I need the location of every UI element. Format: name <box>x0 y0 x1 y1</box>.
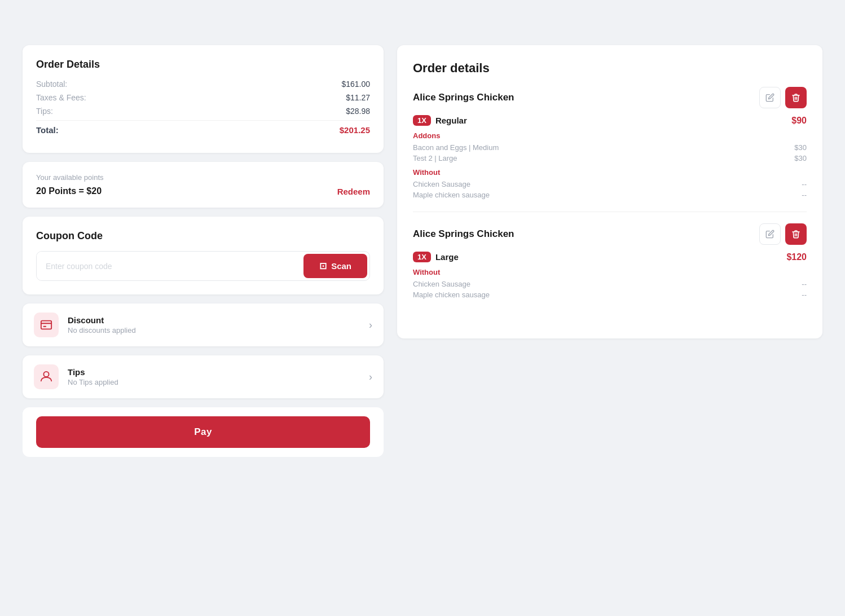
discount-subtitle: No discounts applied <box>68 326 360 335</box>
total-label: Total: <box>36 125 59 135</box>
qty-badge: 1X Regular <box>413 115 467 126</box>
without-item-name: Maple chicken sausage <box>413 191 490 199</box>
item-price: $90 <box>791 116 807 126</box>
redeem-button[interactable]: Redeem <box>337 187 370 196</box>
without-item-name: Chicken Sausage <box>413 180 470 188</box>
tips-row: Tips: $28.98 <box>36 107 370 116</box>
qty-box: 1X <box>413 115 431 126</box>
discount-icon <box>34 313 59 337</box>
points-value: 20 Points = $20 <box>36 186 102 196</box>
subtotal-value: $161.00 <box>341 80 370 89</box>
taxes-row: Taxes & Fees: $11.27 <box>36 93 370 102</box>
tips-value: $28.98 <box>346 107 370 116</box>
addon-name: Test 2 | Large <box>413 154 457 162</box>
without-label: Without <box>413 268 807 276</box>
discount-title: Discount <box>68 315 360 325</box>
scan-icon: ⊡ <box>319 261 327 271</box>
delete-item-button[interactable] <box>785 87 807 108</box>
svg-rect-0 <box>41 321 51 329</box>
qty-size: Large <box>435 252 459 262</box>
points-card: Your available points 20 Points = $20 Re… <box>23 162 384 208</box>
order-item-header: Alice Springs Chicken <box>413 223 807 245</box>
without-item: Chicken Sausage -- <box>413 279 807 289</box>
order-item-name: Alice Springs Chicken <box>413 92 514 103</box>
qty-size: Regular <box>435 116 467 125</box>
scan-label: Scan <box>331 261 351 271</box>
addons-label: Addons <box>413 131 807 140</box>
order-items-list: Alice Springs Chicken <box>413 87 807 311</box>
tips-section-subtitle: No Tips applied <box>68 378 360 386</box>
order-item-qty-price: 1X Large $120 <box>413 252 807 262</box>
order-item-header: Alice Springs Chicken <box>413 87 807 108</box>
tips-label: Tips: <box>36 107 53 116</box>
points-label: Your available points <box>36 173 370 182</box>
subtotal-row: Subtotal: $161.00 <box>36 80 370 89</box>
addon-row: Bacon and Eggs | Medium $30 <box>413 142 807 153</box>
summary-divider <box>36 120 370 121</box>
without-item-value: -- <box>802 180 807 188</box>
item-price: $120 <box>786 252 807 262</box>
discount-item[interactable]: Discount No discounts applied › <box>23 303 384 346</box>
without-item: Maple chicken sausage -- <box>413 190 807 200</box>
order-item-actions <box>759 87 807 108</box>
edit-item-button[interactable] <box>759 87 781 108</box>
scan-button[interactable]: ⊡ Scan <box>303 254 367 278</box>
tips-content: Tips No Tips applied <box>68 367 360 386</box>
tips-icon <box>34 364 59 389</box>
right-panel-title: Order details <box>413 61 807 76</box>
order-item-qty-price: 1X Regular $90 <box>413 115 807 126</box>
taxes-value: $11.27 <box>346 93 370 102</box>
order-item: Alice Springs Chicken <box>413 87 807 212</box>
pay-button[interactable]: Pay <box>36 416 370 448</box>
qty-badge: 1X Large <box>413 252 459 262</box>
addon-price: $30 <box>794 154 807 162</box>
order-details-card: Order Details Subtotal: $161.00 Taxes & … <box>23 45 384 153</box>
right-panel: Order details Alice Springs Chicken <box>397 45 822 338</box>
left-panel: Order Details Subtotal: $161.00 Taxes & … <box>23 45 384 457</box>
without-item: Maple chicken sausage -- <box>413 289 807 300</box>
without-label: Without <box>413 168 807 177</box>
tips-item[interactable]: Tips No Tips applied › <box>23 355 384 398</box>
edit-item-button[interactable] <box>759 223 781 245</box>
order-item: Alice Springs Chicken <box>413 223 807 311</box>
order-item-name: Alice Springs Chicken <box>413 228 514 240</box>
addon-row: Test 2 | Large $30 <box>413 153 807 164</box>
without-item-value: -- <box>802 291 807 299</box>
coupon-input[interactable] <box>37 252 301 280</box>
order-item-actions <box>759 223 807 245</box>
total-row: Total: $201.25 <box>36 125 370 135</box>
without-item-value: -- <box>802 191 807 199</box>
addon-price: $30 <box>794 143 807 152</box>
tips-section-title: Tips <box>68 367 360 377</box>
coupon-title: Coupon Code <box>36 230 370 242</box>
order-details-title: Order Details <box>36 59 370 71</box>
pay-btn-container: Pay <box>23 407 384 457</box>
delete-item-button[interactable] <box>785 223 807 245</box>
taxes-label: Taxes & Fees: <box>36 93 86 102</box>
total-value: $201.25 <box>340 125 370 135</box>
points-row: 20 Points = $20 Redeem <box>36 186 370 196</box>
coupon-card: Coupon Code ⊡ Scan <box>23 217 384 294</box>
without-item-name: Chicken Sausage <box>413 280 470 288</box>
tips-chevron-icon: › <box>369 371 372 383</box>
discount-content: Discount No discounts applied <box>68 315 360 335</box>
without-item: Chicken Sausage -- <box>413 179 807 190</box>
discount-chevron-icon: › <box>369 319 372 331</box>
qty-box: 1X <box>413 252 431 262</box>
subtotal-label: Subtotal: <box>36 80 67 89</box>
without-item-value: -- <box>802 280 807 288</box>
without-item-name: Maple chicken sausage <box>413 291 490 299</box>
coupon-input-row: ⊡ Scan <box>36 251 370 281</box>
addon-name: Bacon and Eggs | Medium <box>413 143 499 152</box>
